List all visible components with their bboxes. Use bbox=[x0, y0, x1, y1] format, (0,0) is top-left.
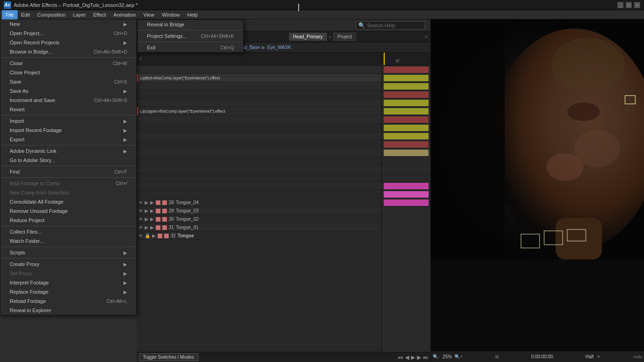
close-button[interactable]: × bbox=[634, 2, 640, 8]
minimize-button[interactable]: _ bbox=[617, 2, 624, 8]
preview-panel: 🔍- 25% 🔍+ ⊞ 0:00:00:00 Half ▼ Activ bbox=[430, 19, 644, 362]
submenu-reveal-in-bridge[interactable]: Reveal in Bridge bbox=[138, 20, 243, 29]
breadcrumb-eyemask[interactable]: Eye_MASK bbox=[267, 45, 291, 50]
tl-track-15 bbox=[382, 182, 430, 190]
menu-create-proxy[interactable]: Create Proxy ▶ bbox=[0, 259, 136, 269]
tl-track-7 bbox=[382, 115, 430, 124]
bar-yellow-5 bbox=[384, 100, 429, 106]
app-icon: Ac bbox=[4, 1, 11, 9]
menu-file[interactable]: File bbox=[2, 10, 18, 19]
menu-revert[interactable]: Revert bbox=[0, 105, 136, 114]
scripts-arrow-icon: ▶ bbox=[123, 250, 127, 255]
menu-save[interactable]: Save Ctrl+S bbox=[0, 77, 136, 86]
zoom-out-button[interactable]: 🔍- bbox=[433, 354, 440, 359]
menu-reveal-in-explorer[interactable]: Reveal in Explorer bbox=[0, 306, 136, 315]
menu-adobe-story[interactable]: Go to Adobe Story... bbox=[0, 156, 136, 165]
search-input[interactable] bbox=[367, 23, 423, 28]
fit-view-button[interactable]: ⊞ bbox=[495, 354, 499, 359]
submenu-sep-2 bbox=[138, 42, 243, 42]
menu-find[interactable]: Find Ctrl+F bbox=[0, 167, 136, 176]
current-time: 0:00:00:00 bbox=[531, 354, 553, 359]
track-row-4 bbox=[137, 115, 381, 124]
maximize-button[interactable]: □ bbox=[626, 2, 632, 8]
save-as-arrow-icon: ▶ bbox=[123, 89, 127, 94]
prev-frame-button[interactable]: ◀ bbox=[405, 354, 409, 361]
tl-track-1 bbox=[382, 66, 430, 74]
timeline-tracks: 0f 04f 08f 12f bbox=[382, 53, 430, 352]
svg-point-7 bbox=[574, 130, 620, 167]
menu-remove-unused[interactable]: Remove Unused Footage bbox=[0, 206, 136, 216]
interpret-footage-arrow-icon: ▶ bbox=[123, 280, 127, 285]
menu-view[interactable]: View bbox=[140, 10, 158, 19]
menu-import-recent[interactable]: Import Recent Footage ▶ bbox=[0, 126, 136, 135]
expr-lipbot-row: LipBot=thisComp.layer("EyeInterest").eff… bbox=[137, 74, 381, 82]
new-arrow-icon: ▶ bbox=[123, 22, 127, 27]
menu-save-as[interactable]: Save As ▶ bbox=[0, 86, 136, 96]
bar-pink-17 bbox=[384, 199, 429, 206]
face-preview-svg bbox=[431, 19, 644, 259]
menu-replace-footage[interactable]: Replace Footage ▶ bbox=[0, 287, 136, 296]
track-row-13 bbox=[137, 190, 381, 199]
bar-yellow-6 bbox=[384, 108, 429, 115]
play-button[interactable]: ▶ bbox=[411, 354, 415, 361]
tab-head-primary[interactable]: Head_Primary bbox=[289, 33, 327, 41]
layer-row-32: 👁 🔒 ▶ 32 Tongue bbox=[137, 232, 381, 240]
layers-panel: ⏱ LipBot=thisComp.layer("EyeInterest").e… bbox=[137, 53, 382, 352]
menu-scripts[interactable]: Scripts ▶ bbox=[0, 248, 136, 257]
tl-track-6 bbox=[382, 107, 430, 115]
playhead[interactable] bbox=[384, 53, 385, 65]
menu-reduce-project[interactable]: Reduce Project bbox=[0, 216, 136, 225]
sep-2 bbox=[0, 115, 136, 115]
menu-edit[interactable]: Edit bbox=[18, 10, 34, 19]
layers-header: ⏱ bbox=[137, 53, 381, 66]
menu-increment-save[interactable]: Increment and Save Ctrl+Alt+Shift+S bbox=[0, 96, 136, 105]
track-row-7 bbox=[137, 140, 381, 149]
go-to-end-button[interactable]: ⏭ bbox=[423, 354, 429, 361]
menu-open-project[interactable]: Open Project... Ctrl+O bbox=[0, 29, 136, 38]
sep-4 bbox=[0, 166, 136, 166]
sep-5 bbox=[0, 177, 136, 178]
submenu-project-settings[interactable]: Project Settings... Ctrl+Alt+Shift+K bbox=[138, 31, 243, 41]
open-recent-arrow-icon: ▶ bbox=[123, 40, 127, 45]
menu-adobe-dynamic-link[interactable]: Adobe Dynamic Link ▶ bbox=[0, 146, 136, 156]
tl-track-11 bbox=[382, 149, 430, 157]
quality-dropdown[interactable]: ▼ bbox=[596, 354, 601, 359]
menu-close[interactable]: Close Ctrl+W bbox=[0, 59, 136, 68]
menu-new[interactable]: New ▶ bbox=[0, 19, 136, 29]
tab-project[interactable]: Project bbox=[333, 33, 356, 41]
menu-animation[interactable]: Animation bbox=[110, 10, 140, 19]
menu-effect[interactable]: Effect bbox=[89, 10, 110, 19]
tl-track-5 bbox=[382, 99, 430, 107]
time-marker-0: 0f bbox=[396, 59, 399, 63]
menu-browse-bridge[interactable]: Browse in Bridge... Ctrl+Alt+Shift+O bbox=[0, 47, 136, 56]
menu-layer[interactable]: Layer bbox=[69, 10, 90, 19]
go-to-start-button[interactable]: ⏮ bbox=[398, 354, 403, 361]
submenu-exit[interactable]: Exit Ctrl+Q bbox=[138, 43, 243, 52]
menu-reload-footage[interactable]: Reload Footage Ctrl+Alt+L bbox=[0, 296, 136, 306]
tl-track-14 bbox=[382, 174, 430, 182]
menu-window[interactable]: Window bbox=[158, 10, 184, 19]
track-row-12 bbox=[137, 182, 381, 190]
menu-help[interactable]: Help bbox=[184, 10, 202, 19]
tl-track-3 bbox=[382, 82, 430, 90]
menu-consolidate[interactable]: Consolidate All Footage bbox=[0, 197, 136, 206]
menu-close-project[interactable]: Close Project bbox=[0, 68, 136, 77]
import-recent-arrow-icon: ▶ bbox=[123, 128, 127, 133]
menu-import[interactable]: Import ▶ bbox=[0, 116, 136, 126]
panel-menu-icon[interactable]: ≡ bbox=[425, 34, 428, 39]
menu-open-recent[interactable]: Open Recent Projects ▶ bbox=[0, 38, 136, 47]
tl-track-13 bbox=[382, 165, 430, 174]
next-frame-button[interactable]: ▶ bbox=[417, 354, 421, 361]
menu-interpret-footage[interactable]: Interpret Footage ▶ bbox=[0, 278, 136, 287]
viewer-controls: 🔍- 25% 🔍+ ⊞ 0:00:00:00 Half ▼ Activ bbox=[431, 351, 644, 362]
menu-collect-files[interactable]: Collect Files... bbox=[0, 227, 136, 236]
layer-row-31: 👁 ▶ ▶ 31 Tongue_01 bbox=[137, 223, 381, 232]
zoom-level: 25% bbox=[442, 354, 452, 359]
toggle-switches-button[interactable]: Toggle Switches / Modes bbox=[139, 353, 198, 361]
menu-composition[interactable]: Composition bbox=[34, 10, 69, 19]
zoom-in-button[interactable]: 🔍+ bbox=[454, 354, 463, 359]
menu-watch-folder[interactable]: Watch Folder... bbox=[0, 236, 136, 246]
menu-export[interactable]: Export ▶ bbox=[0, 135, 136, 144]
file-menu-dropdown: Reveal in Bridge Project Settings... Ctr… bbox=[0, 19, 137, 315]
submenu-reveal: Reveal in Bridge Project Settings... Ctr… bbox=[137, 19, 244, 53]
